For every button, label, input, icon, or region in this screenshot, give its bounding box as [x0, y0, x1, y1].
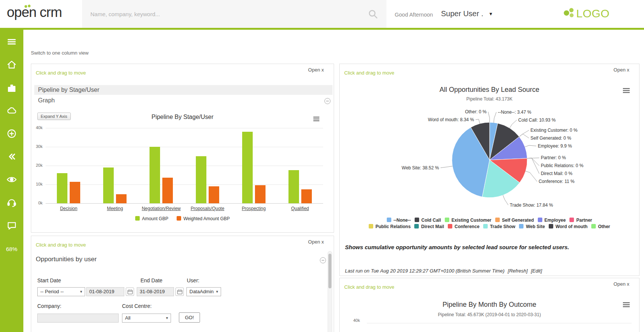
eye-icon — [6, 174, 17, 186]
bar-weighted-amount-gbp[interactable] — [255, 185, 266, 203]
greeting-text: Good Afternoon — [395, 12, 433, 18]
brand-logo: LOGO — [563, 6, 610, 21]
sidebar-item-add[interactable] — [0, 123, 23, 146]
last-run-text: Last run on Tue Aug 20 2019 12:29:27 GMT… — [345, 268, 505, 274]
legend-item[interactable]: Conference — [448, 224, 479, 229]
bar-amount-gbp[interactable] — [196, 156, 206, 203]
chart-menu-icon[interactable] — [623, 302, 630, 307]
company-input[interactable] — [37, 314, 119, 323]
legend-item[interactable]: Existing Customer — [445, 218, 491, 223]
bar-chart-legend: Amount GBPWeighted Amount GBP — [31, 216, 334, 221]
collapse-icon[interactable] — [324, 98, 331, 104]
bar-amount-gbp[interactable] — [57, 173, 67, 203]
period-select[interactable]: -- Period -- ▼ — [37, 287, 85, 296]
start-date-label: Start Date — [37, 277, 61, 283]
user-label: User: — [187, 277, 199, 283]
legend-item[interactable]: Trade Show — [483, 224, 515, 229]
x-axis-category[interactable]: Decision — [46, 206, 92, 211]
legend-label: Web Site — [526, 224, 545, 229]
edit-link[interactable]: [Edit] — [531, 268, 542, 274]
user-name: Super User . — [441, 9, 483, 18]
x-axis-category[interactable]: Qualified — [277, 206, 323, 211]
legend-item[interactable]: Other — [591, 224, 610, 229]
bar-amount-gbp[interactable] — [103, 168, 114, 203]
user-menu[interactable]: Super User . ▼ — [441, 9, 493, 18]
legend-swatch — [445, 218, 449, 222]
bar-weighted-amount-gbp[interactable] — [209, 186, 219, 203]
legend-item[interactable]: Web Site — [519, 224, 545, 229]
legend-item[interactable]: Cold Call — [415, 218, 441, 223]
sidebar-item-chat[interactable] — [0, 215, 23, 238]
start-date-field[interactable]: 01-08-2019 — [86, 287, 124, 296]
cloud-icon — [6, 105, 17, 117]
legend-item[interactable]: Partner — [569, 218, 592, 223]
user-select[interactable]: DataAdmin ▼ — [186, 287, 221, 296]
end-date-label: End Date — [140, 277, 162, 283]
chart-description: Shows cumulative opportunity amounts by … — [345, 244, 569, 250]
legend-label: Conference — [455, 224, 479, 229]
end-date-field[interactable]: 31-08-2019 — [137, 287, 174, 296]
chart-menu-icon[interactable] — [623, 88, 630, 93]
bar-weighted-amount-gbp[interactable] — [301, 189, 312, 203]
legend-item[interactable]: --None-- — [387, 218, 411, 223]
open-widget-link[interactable]: Open x — [613, 281, 629, 287]
sidebar-item-home[interactable] — [0, 54, 23, 77]
legend-swatch — [387, 218, 391, 222]
legend-item[interactable]: Public Relations — [369, 224, 411, 229]
legend-label: --None-- — [394, 218, 411, 223]
x-axis-category[interactable]: Negotiation/Review — [138, 206, 185, 211]
start-date-calendar-icon[interactable] — [126, 288, 134, 296]
legend-swatch — [369, 224, 373, 228]
headset-icon — [6, 197, 17, 209]
period-value: -- Period -- — [40, 289, 64, 294]
legend-item[interactable]: Weighted Amount GBP — [177, 216, 230, 221]
collapse-icon[interactable] — [320, 257, 326, 263]
x-axis-category[interactable]: Meeting — [92, 206, 138, 211]
open-widget-link[interactable]: Open x — [613, 67, 629, 73]
last-run-line: Last run on Tue Aug 20 2019 12:29:27 GMT… — [345, 268, 542, 274]
legend-swatch — [591, 224, 596, 228]
pie-data-label: Conference: 11 % — [539, 179, 574, 184]
sidebar-item-support[interactable] — [0, 192, 23, 215]
bar-amount-gbp[interactable] — [288, 170, 299, 203]
legend-item[interactable]: Amount GBP — [135, 216, 168, 221]
search-icon[interactable] — [368, 9, 378, 21]
sidebar-item-collapse[interactable] — [0, 146, 23, 169]
go-button[interactable]: GO! — [179, 312, 200, 323]
drag-handle[interactable]: Click and drag to move — [36, 242, 86, 248]
open-widget-link[interactable]: Open x — [308, 239, 324, 245]
bar-chart-icon — [6, 82, 17, 94]
bar-amount-gbp[interactable] — [242, 132, 253, 203]
search-input[interactable] — [82, 0, 386, 28]
sidebar-item-visibility[interactable] — [0, 169, 23, 192]
sidebar-item-menu[interactable] — [0, 31, 23, 54]
drag-handle[interactable]: Click and drag to move — [344, 70, 394, 76]
scrollbar-thumb[interactable] — [328, 254, 331, 288]
x-axis-category[interactable]: Proposals/Quote — [185, 206, 231, 211]
bar-weighted-amount-gbp[interactable] — [116, 194, 127, 203]
sidebar-item-cloud[interactable] — [0, 100, 23, 123]
widget-scrollbar[interactable] — [328, 251, 332, 332]
legend-item[interactable]: Word of mouth — [549, 224, 588, 229]
bar-weighted-amount-gbp[interactable] — [162, 178, 173, 203]
app-logo[interactable]: open crm — [7, 5, 62, 20]
legend-item[interactable]: Self Generated — [495, 218, 534, 223]
pie-data-label: Employee: 9.9 % — [538, 143, 572, 149]
chart-menu-icon[interactable] — [313, 117, 319, 121]
chevron-down-icon: ▼ — [165, 314, 169, 322]
legend-item[interactable]: Direct Mail — [414, 224, 444, 229]
end-date-calendar-icon[interactable] — [175, 288, 184, 296]
drag-handle[interactable]: Click and drag to move — [36, 70, 86, 76]
refresh-link[interactable]: [Refresh] — [508, 268, 528, 274]
drag-handle[interactable]: Click and drag to move — [344, 284, 394, 290]
pie-label-connector — [527, 158, 539, 174]
cost-centre-select[interactable]: All ▼ — [122, 314, 171, 323]
legend-label: Partner — [576, 218, 592, 223]
legend-item[interactable]: Employee — [538, 218, 566, 223]
switch-column-view-link[interactable]: Switch to one column view — [31, 50, 89, 56]
sidebar-item-reports[interactable] — [0, 77, 23, 100]
x-axis-category[interactable]: Prospecting — [230, 206, 277, 211]
bar-amount-gbp[interactable] — [150, 147, 160, 203]
open-widget-link[interactable]: Open x — [308, 67, 324, 73]
bar-weighted-amount-gbp[interactable] — [70, 182, 80, 203]
